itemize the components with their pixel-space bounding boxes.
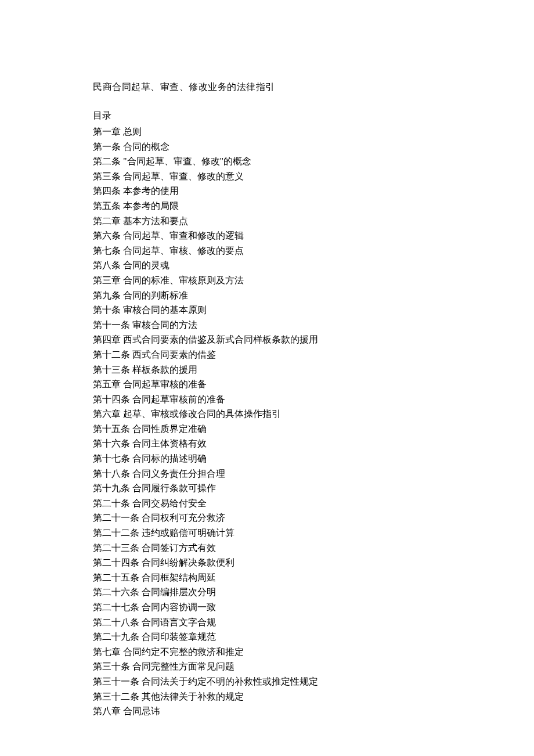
toc-line: 第二十四条 合同纠纷解决条款便利 (93, 555, 441, 570)
toc-line: 第三十二条 其他法律关于补救的规定 (93, 689, 441, 704)
toc-line: 第九条 合同的判断标准 (93, 288, 441, 303)
toc-line: 第二十六条 合同编排层次分明 (93, 585, 441, 600)
toc-line: 第十一条 审核合同的方法 (93, 318, 441, 333)
toc-line: 第八条 合同的灵魂 (93, 258, 441, 273)
toc-line: 第三条 合同起草、审查、修改的意义 (93, 169, 441, 184)
toc-line: 第一章 总则 (93, 124, 441, 139)
toc-line: 第六章 起草、审核或修改合同的具体操作指引 (93, 406, 441, 422)
toc-line: 第六条 合同起草、审查和修改的逻辑 (93, 228, 441, 243)
toc-line: 第二条 "合同起草、审查、修改"的概念 (93, 154, 441, 169)
document-page: 民商合同起草、审查、修改业务的法律指引 目录 第一章 总则第一条 合同的概念第二… (0, 0, 534, 754)
toc-line: 第二十三条 合同签订方式有效 (93, 541, 441, 556)
toc-line: 第二十条 合同交易给付安全 (93, 496, 441, 511)
toc-line: 第八章 合同忌讳 (93, 704, 441, 719)
toc-heading: 目录 (93, 110, 441, 122)
toc-line: 第十五条 合同性质界定准确 (93, 422, 441, 437)
toc-line: 第二章 基本方法和要点 (93, 214, 441, 229)
toc-line: 第三十条 合同完整性方面常见问题 (93, 659, 441, 674)
toc-line: 第三章 合同的标准、审核原则及方法 (93, 273, 441, 288)
toc-line: 第四条 本参考的使用 (93, 183, 441, 199)
toc-line: 第七章 合同约定不完整的救济和推定 (93, 645, 441, 660)
toc-line: 第二十一条 合同权利可充分救济 (93, 510, 441, 525)
toc-line: 第二十八条 合同语言文字合规 (93, 615, 441, 630)
toc-line: 第五条 本参考的局限 (93, 199, 441, 214)
toc-line: 第十八条 合同义务责任分担合理 (93, 466, 441, 481)
toc-line: 第十七条 合同标的描述明确 (93, 451, 441, 466)
toc-line: 第二十九条 合同印装签章规范 (93, 629, 441, 645)
toc-line: 第十四条 合同起草审核前的准备 (93, 392, 441, 407)
document-title: 民商合同起草、审查、修改业务的法律指引 (93, 81, 441, 93)
toc-line: 第一条 合同的概念 (93, 139, 441, 154)
toc-list: 第一章 总则第一条 合同的概念第二条 "合同起草、审查、修改"的概念第三条 合同… (93, 124, 441, 719)
toc-line: 第二十五条 合同框架结构周延 (93, 570, 441, 585)
toc-line: 第十九条 合同履行条款可操作 (93, 481, 441, 496)
toc-line: 第十六条 合同主体资格有效 (93, 436, 441, 451)
toc-line: 第十条 审核合同的基本原则 (93, 303, 441, 318)
toc-line: 第五章 合同起草审核的准备 (93, 377, 441, 392)
toc-line: 第十二条 西式合同要素的借鉴 (93, 347, 441, 362)
toc-line: 第三十一条 合同法关于约定不明的补救性或推定性规定 (93, 674, 441, 689)
toc-line: 第四章 西式合同要素的借鉴及新式合同样板条款的援用 (93, 332, 441, 347)
toc-line: 第十三条 样板条款的援用 (93, 362, 441, 377)
toc-line: 第二十二条 违约或赔偿可明确计算 (93, 525, 441, 541)
toc-line: 第二十七条 合同内容协调一致 (93, 600, 441, 615)
toc-line: 第七条 合同起草、审核、修改的要点 (93, 243, 441, 258)
